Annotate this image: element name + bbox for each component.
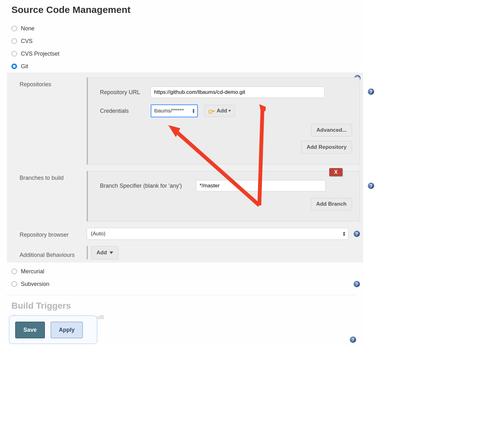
section-title: Source Code Management	[0, 0, 363, 18]
branch-specifier-input[interactable]	[196, 180, 326, 191]
scm-option-cvs-projectset[interactable]: CVS Projectset	[11, 47, 363, 60]
repo-url-label: Repository URL	[100, 89, 144, 96]
help-icon[interactable]: ?	[354, 281, 360, 287]
chevron-down-icon	[109, 251, 113, 254]
help-icon[interactable]: ?	[368, 183, 374, 189]
apply-button[interactable]: Apply	[51, 322, 83, 338]
add-credentials-button[interactable]: Add	[204, 105, 235, 117]
repositories-label: Repositories	[20, 77, 83, 88]
scm-option-git[interactable]: Git	[11, 60, 363, 73]
key-icon	[208, 109, 214, 112]
credentials-select[interactable]: tbaums/****** ▲▼	[151, 104, 198, 118]
radio-icon	[11, 281, 17, 287]
help-icon[interactable]: ?	[368, 88, 374, 95]
branches-label: Branches to build	[20, 171, 83, 181]
git-inner: Repositories ? Repository URL Credential…	[20, 77, 360, 259]
scm-option-label: CVS	[21, 38, 33, 45]
scm-option-mercurial[interactable]: Mercurial	[11, 265, 363, 278]
scm-option-label: None	[21, 25, 34, 32]
repository-panel: ? Repository URL Credentials tbaums/****…	[87, 77, 360, 165]
branch-spec-row: Branch Specifier (blank for 'any')	[100, 180, 352, 191]
scm-radio-group-2: Mercurial Subversion ?	[0, 263, 363, 290]
scm-option-cvs[interactable]: CVS	[11, 35, 363, 47]
additional-behaviours-row: Add	[87, 246, 360, 259]
additional-behaviours-label: Additional Behaviours	[20, 246, 83, 258]
repo-browser-value: (Auto)	[91, 231, 105, 237]
help-icon[interactable]: ?	[354, 231, 360, 237]
radio-icon	[11, 38, 17, 44]
scm-radio-group: None CVS CVS Projectset Git	[0, 18, 363, 73]
radio-icon	[11, 51, 17, 57]
scm-option-label: Mercurial	[21, 268, 44, 275]
delete-branch-button[interactable]: X	[329, 168, 343, 176]
config-page: Source Code Management None CVS CVS Proj…	[0, 0, 363, 346]
git-config-block: ? Repositories ? Repository URL Credenti…	[7, 73, 363, 263]
updown-icon: ▲▼	[343, 231, 346, 236]
repo-browser-label: Repository browser	[20, 228, 83, 238]
scm-option-label: Subversion	[21, 281, 49, 288]
updown-icon: ▲▼	[192, 108, 195, 113]
add-behaviour-label: Add	[96, 250, 107, 256]
addbeh-border: Add	[87, 246, 119, 259]
add-repository-button[interactable]: Add Repository	[301, 141, 352, 154]
repo-url-input[interactable]	[151, 87, 324, 98]
scm-option-label: Git	[21, 63, 28, 70]
add-branch-button[interactable]: Add Branch	[311, 198, 352, 210]
advanced-button[interactable]: Advanced...	[311, 124, 352, 136]
scm-option-none[interactable]: None	[11, 22, 363, 35]
save-apply-bar: Save Apply	[9, 315, 97, 344]
repo-browser-row: (Auto) ▲▼ ?	[87, 228, 360, 240]
repo-buttons: Advanced... Add Repository	[100, 124, 352, 158]
credentials-value: tbaums/******	[154, 108, 184, 114]
help-icon[interactable]: ?	[350, 336, 356, 343]
credentials-row: Credentials tbaums/****** ▲▼ Add	[100, 104, 352, 118]
add-credentials-label: Add	[217, 108, 227, 114]
radio-icon-checked	[11, 64, 17, 69]
chevron-down-icon	[228, 110, 231, 112]
radio-icon	[11, 26, 17, 31]
credentials-label: Credentials	[100, 108, 144, 114]
scm-option-label: CVS Projectset	[21, 51, 59, 57]
branches-panel: X ? Branch Specifier (blank for 'any') A…	[87, 171, 360, 221]
save-button[interactable]: Save	[15, 322, 45, 338]
add-behaviour-button[interactable]: Add	[91, 246, 119, 259]
branch-specifier-label: Branch Specifier (blank for 'any')	[100, 183, 190, 189]
branches-buttons: Add Branch	[100, 198, 352, 215]
build-triggers-title: Build Triggers	[0, 295, 363, 311]
radio-icon	[11, 269, 17, 274]
repo-browser-select[interactable]: (Auto) ▲▼	[87, 228, 349, 240]
repo-url-row: Repository URL	[100, 87, 352, 98]
scm-option-subversion[interactable]: Subversion ?	[11, 278, 363, 290]
